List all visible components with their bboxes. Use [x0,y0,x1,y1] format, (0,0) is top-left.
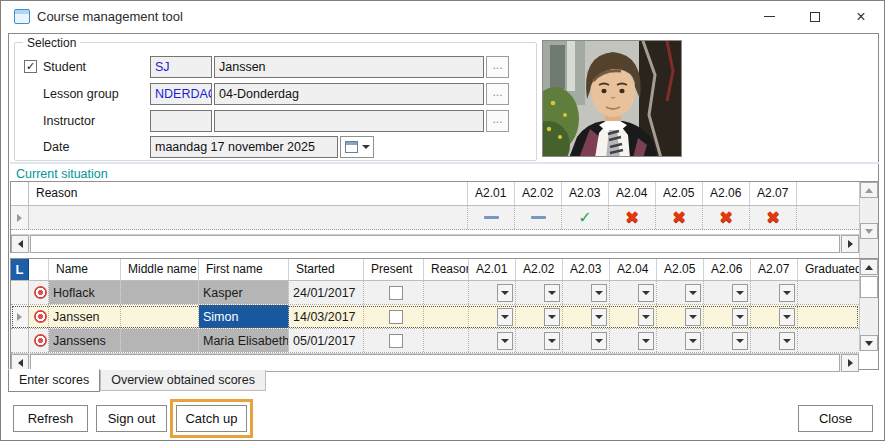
started-cell[interactable]: 05/01/2017 [289,329,364,352]
score-cell[interactable] [469,329,516,352]
name-column-header[interactable]: Name [49,259,121,280]
skill-column-header[interactable]: A2.01 [469,259,516,280]
student-row[interactable]: Janssens Maria Elisabeth 05/01/2017 [11,329,859,353]
score-cell[interactable] [469,305,516,328]
skill-column-header[interactable]: A2.03 [563,259,610,280]
skill-column-header[interactable]: A2.05 [657,259,704,280]
score-cell[interactable] [563,281,610,304]
student-checkbox[interactable]: ✓ [24,60,37,73]
minimize-button[interactable] [751,1,787,32]
present-checkbox[interactable] [389,310,403,324]
instructor-code-field[interactable] [150,110,212,132]
student-browse-button[interactable]: ... [486,56,509,78]
score-cell[interactable] [516,305,563,328]
score-cell[interactable] [516,281,563,304]
scroll-down-button[interactable] [860,223,878,239]
score-dropdown-button[interactable] [779,332,795,350]
row-selector[interactable] [11,281,29,304]
score-dropdown-button[interactable] [638,308,654,326]
score-dropdown-button[interactable] [685,284,701,302]
present-column-header[interactable]: Present [364,259,424,280]
first-name-column-header[interactable]: First name [199,259,289,280]
middle-name-cell[interactable] [121,305,199,328]
score-cell[interactable] [657,329,704,352]
select-all-button[interactable]: L [11,259,29,280]
scroll-down-button[interactable] [860,335,878,351]
score-dropdown-button[interactable] [497,308,513,326]
score-dropdown-button[interactable] [638,284,654,302]
current-row-indicator[interactable] [11,206,29,229]
catch-up-button[interactable]: Catch up [176,405,247,432]
middle-name-cell[interactable] [121,329,199,352]
score-cell[interactable] [610,329,657,352]
score-dropdown-button[interactable] [497,332,513,350]
row-selector[interactable] [11,329,29,352]
score-cell[interactable] [563,305,610,328]
started-cell[interactable]: 14/03/2017 [289,305,364,328]
score-cell[interactable] [610,281,657,304]
score-cell[interactable] [516,329,563,352]
scroll-right-button[interactable] [841,235,859,253]
name-cell[interactable]: Janssen [49,305,121,328]
started-column-header[interactable]: Started [289,259,364,280]
student-row[interactable]: Hoflack Kasper 24/01/2017 [11,281,859,305]
skill-column-header[interactable]: A2.06 [704,259,751,280]
score-dropdown-button[interactable] [544,332,560,350]
graduated-cell[interactable] [798,281,859,304]
vscroll-thumb[interactable] [860,276,878,298]
lesson-group-name-field[interactable]: 04-Donderdag [214,83,484,105]
reason-column-header[interactable]: Reason [424,259,469,280]
close-window-button[interactable]: × [843,1,879,32]
first-name-cell[interactable]: Maria Elisabeth [199,329,289,352]
skill-column-header[interactable]: A2.07 [751,259,798,280]
score-dropdown-button[interactable] [779,308,795,326]
score-cell[interactable] [657,305,704,328]
name-cell[interactable]: Hoflack [49,281,121,304]
graduated-column-header[interactable]: Graduated [798,259,859,280]
reason-cell[interactable] [424,281,469,304]
score-cell[interactable] [563,329,610,352]
present-cell[interactable] [364,329,424,352]
tab-enter-scores[interactable]: Enter scores [8,369,100,392]
hscroll-thumb[interactable] [30,235,840,253]
score-cell[interactable] [704,281,751,304]
student-row-selected[interactable]: Janssen Simon 14/03/2017 [11,305,859,329]
score-cell[interactable] [751,329,798,352]
scroll-up-button[interactable] [860,259,878,275]
current-situation-hscrollbar[interactable] [11,234,859,253]
skill-column-header[interactable]: A2.04 [610,259,657,280]
present-cell[interactable] [364,305,424,328]
scroll-up-button[interactable] [860,182,878,198]
scroll-right-button[interactable] [841,354,859,372]
row-selector[interactable] [11,305,29,328]
lesson-group-code-field[interactable]: NDERDAG [150,83,212,105]
score-cell[interactable] [751,305,798,328]
score-dropdown-button[interactable] [732,308,748,326]
refresh-button[interactable]: Refresh [13,405,88,432]
graduated-cell[interactable] [798,329,859,352]
name-cell[interactable]: Janssens [49,329,121,352]
reason-cell[interactable] [424,329,469,352]
first-name-cell[interactable]: Kasper [199,281,289,304]
student-name-field[interactable]: Janssen [214,56,484,78]
skill-column-header[interactable]: A2.02 [516,259,563,280]
middle-name-cell[interactable] [121,281,199,304]
score-dropdown-button[interactable] [544,308,560,326]
score-cell[interactable] [704,329,751,352]
reason-cell[interactable] [424,305,469,328]
score-dropdown-button[interactable] [638,332,654,350]
score-dropdown-button[interactable] [685,308,701,326]
score-dropdown-button[interactable] [591,308,607,326]
tab-overview-obtained-scores[interactable]: Overview obtained scores [100,370,266,391]
score-dropdown-button[interactable] [779,284,795,302]
middle-name-column-header[interactable]: Middle name [121,259,199,280]
present-checkbox[interactable] [389,334,403,348]
score-cell[interactable] [751,281,798,304]
scroll-left-button[interactable] [11,235,29,253]
students-vscrollbar[interactable] [859,259,878,351]
score-cell[interactable] [704,305,751,328]
maximize-button[interactable] [797,1,833,32]
graduated-cell[interactable] [798,305,859,328]
close-button[interactable]: Close [798,405,873,432]
present-checkbox[interactable] [389,286,403,300]
